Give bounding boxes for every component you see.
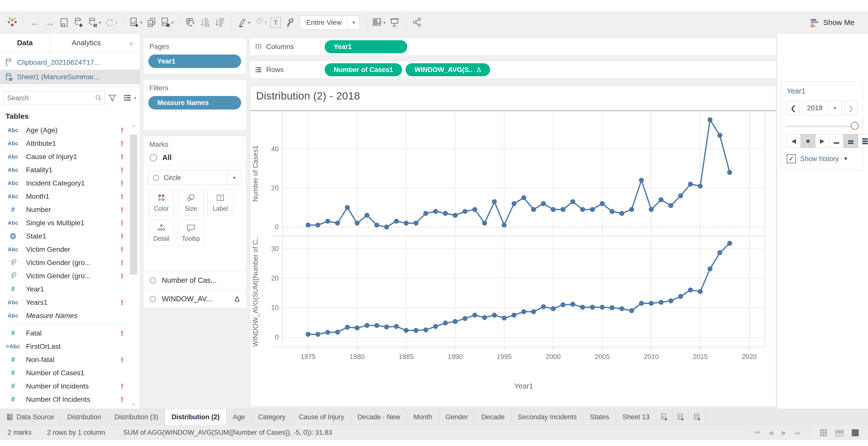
mark-point[interactable] <box>561 207 565 212</box>
slider-track[interactable] <box>787 126 857 127</box>
new-worksheet-tab-button[interactable] <box>656 409 673 425</box>
mark-point[interactable] <box>659 197 663 202</box>
chevron-down-icon[interactable]: ▾ <box>227 171 241 185</box>
mark-point[interactable] <box>727 241 732 246</box>
mark-point[interactable] <box>492 313 497 318</box>
sheet-tab-category[interactable]: Category <box>252 409 292 425</box>
slider-handle[interactable] <box>851 122 859 130</box>
field-item[interactable]: #Number of Incidents! <box>0 380 127 393</box>
field-item[interactable]: AbcAttribute1! <box>0 137 127 150</box>
detail-button[interactable]: Detail <box>148 220 174 246</box>
filmstrip-icon[interactable] <box>835 428 844 437</box>
sheet-tab-decade-new[interactable]: Decade - New <box>351 409 407 425</box>
collapse-data-pane-button[interactable]: ‹ <box>122 34 140 52</box>
speed-medium-button[interactable] <box>843 134 858 148</box>
mark-point[interactable] <box>306 223 311 227</box>
data-source-item[interactable]: Sheet1 (ManureSummar... <box>0 70 140 84</box>
mark-point[interactable] <box>502 223 507 227</box>
mark-point[interactable] <box>384 324 389 329</box>
sheet-tab-data-source[interactable]: Data Source <box>0 409 61 425</box>
mark-point[interactable] <box>521 309 526 314</box>
mark-point[interactable] <box>599 201 604 206</box>
columns-pill[interactable]: Year1 <box>325 40 407 53</box>
mark-point[interactable] <box>610 305 615 310</box>
columns-shelf[interactable]: Year1 <box>321 38 777 56</box>
search-input-box[interactable] <box>3 91 105 105</box>
pages-shelf-pill[interactable]: Year1 <box>148 55 241 68</box>
field-item[interactable]: Victim Gender (gro...! <box>0 256 127 269</box>
field-item[interactable]: =AbcFirstOrLast <box>0 340 127 353</box>
mark-point[interactable] <box>453 319 458 324</box>
scroll-down-icon[interactable]: ⌄ <box>129 398 138 409</box>
filter-fields-button[interactable] <box>108 94 117 102</box>
field-item[interactable]: Victim Gender (gro...! <box>0 269 127 283</box>
mark-point[interactable] <box>384 224 389 229</box>
new-data-source-button[interactable] <box>71 13 86 32</box>
label-button[interactable]: TLabel <box>207 190 234 216</box>
mark-point[interactable] <box>404 328 409 333</box>
mark-point[interactable] <box>610 209 615 214</box>
field-item[interactable]: AbcCause of Injury1! <box>0 150 127 163</box>
series-marks[interactable] <box>306 241 732 337</box>
sheet-tab-distribution-2-[interactable]: Distribution (2) <box>165 409 226 425</box>
mark-point[interactable] <box>482 315 487 320</box>
presentation-mode-button[interactable] <box>387 13 402 32</box>
mark-point[interactable] <box>708 117 713 122</box>
mark-point[interactable] <box>413 221 418 226</box>
mark-point[interactable] <box>717 133 722 138</box>
sheet-tab-seconday-incidents[interactable]: Seconday Incidents <box>511 409 584 425</box>
mark-point[interactable] <box>463 209 467 214</box>
mark-point[interactable] <box>688 287 693 292</box>
rows-shelf[interactable]: Number of Cases1WINDOW_AVG(S..Δ <box>321 61 777 79</box>
redo-button[interactable]: → <box>42 13 57 32</box>
mark-point[interactable] <box>619 211 624 216</box>
view-options-button[interactable]: ▾ <box>123 94 136 102</box>
show-history-checkbox[interactable]: ✓ <box>787 154 796 163</box>
mark-point[interactable] <box>678 193 683 198</box>
mark-point[interactable] <box>629 207 634 212</box>
play-backward-button[interactable]: ◀ <box>786 134 801 148</box>
clear-sheet-button[interactable]: ▾ <box>159 13 175 32</box>
mark-point[interactable] <box>315 332 320 337</box>
field-item[interactable]: #Number Of Incidents! <box>0 393 127 406</box>
mark-point[interactable] <box>355 325 360 330</box>
mark-point[interactable] <box>669 203 673 208</box>
mark-point[interactable] <box>698 289 703 294</box>
mark-point[interactable] <box>512 201 517 206</box>
mark-point[interactable] <box>688 182 693 187</box>
mark-point[interactable] <box>374 223 379 227</box>
sheet-tab-decade[interactable]: Decade <box>475 409 511 425</box>
mark-point[interactable] <box>482 221 487 226</box>
mark-point[interactable] <box>678 294 683 299</box>
speed-slow-button[interactable] <box>829 134 844 148</box>
mark-point[interactable] <box>570 302 575 307</box>
fit-selector[interactable]: Entire View ▾ <box>300 15 360 30</box>
mark-point[interactable] <box>472 313 477 318</box>
new-dashboard-tab-button[interactable] <box>673 409 689 425</box>
chevron-down-icon[interactable]: ▾ <box>828 101 841 115</box>
mark-point[interactable] <box>561 302 565 307</box>
undo-button[interactable]: ← <box>28 13 42 32</box>
rows-pill[interactable]: WINDOW_AVG(S..Δ <box>405 63 490 76</box>
mark-point[interactable] <box>306 332 311 337</box>
mark-point[interactable] <box>551 306 556 311</box>
single-sheet-icon[interactable] <box>851 428 860 437</box>
mark-point[interactable] <box>551 207 556 212</box>
previous-tab-icon[interactable]: ◀ <box>769 429 773 436</box>
mark-point[interactable] <box>453 213 458 218</box>
previous-page-button[interactable]: ❮ <box>787 101 800 115</box>
mark-point[interactable] <box>315 223 320 227</box>
field-item[interactable]: AbcFatality1! <box>0 163 127 177</box>
next-tab-icon[interactable]: ▶ <box>782 429 786 436</box>
mark-point[interactable] <box>433 324 438 329</box>
mark-type-selector[interactable]: Circle ▾ <box>148 170 241 185</box>
chart[interactable]: 02040Number of Cases10102030WINDOW_AVG(S… <box>250 86 776 407</box>
sort-descending-button[interactable] <box>212 13 227 32</box>
page-slider[interactable] <box>787 121 857 132</box>
highlight-button[interactable]: ▾ <box>235 13 252 32</box>
marks-all-row[interactable]: All <box>143 153 246 166</box>
sheet-tab-distribution[interactable]: Distribution <box>61 409 108 425</box>
tab-analytics[interactable]: Analytics <box>50 34 122 52</box>
search-input[interactable] <box>7 94 95 102</box>
field-item[interactable]: AbcVictim Gender! <box>0 243 127 256</box>
